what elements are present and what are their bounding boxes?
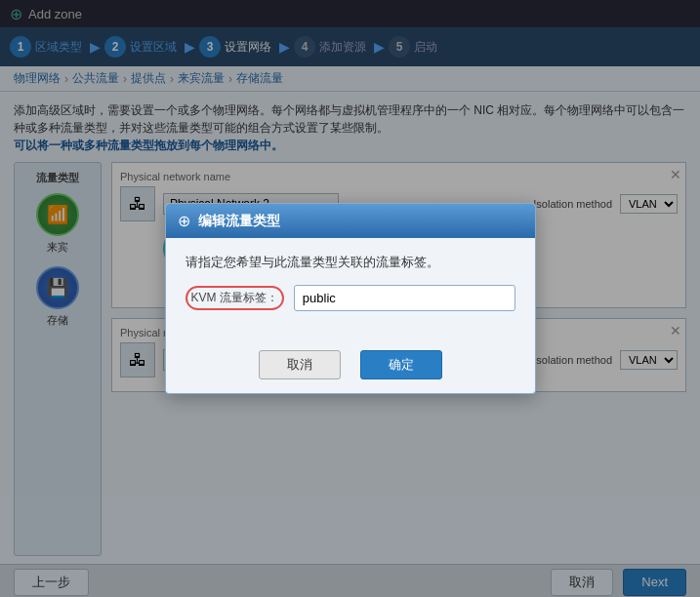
modal-confirm-button[interactable]: 确定 [360, 350, 442, 379]
modal-field-label: KVM 流量标签： [185, 286, 284, 310]
modal-header: ⊕ 编辑流量类型 [166, 204, 535, 238]
kvm-oval: KVM 流量标签： [185, 286, 284, 310]
modal-cancel-button[interactable]: 取消 [259, 350, 341, 379]
modal-title: 编辑流量类型 [198, 213, 280, 230]
modal-dialog: ⊕ 编辑流量类型 请指定您希望与此流量类型关联的流量标签。 KVM 流量标签： … [165, 203, 536, 394]
modal-field-row: KVM 流量标签： [185, 285, 515, 311]
modal-input-kvm[interactable] [294, 285, 515, 311]
modal-body: 请指定您希望与此流量类型关联的流量标签。 KVM 流量标签： [166, 238, 535, 342]
modal-overlay: ⊕ 编辑流量类型 请指定您希望与此流量类型关联的流量标签。 KVM 流量标签： … [0, 0, 700, 597]
modal-desc: 请指定您希望与此流量类型关联的流量标签。 [185, 254, 515, 271]
kvm-label-text: KVM 流量标签： [191, 290, 278, 306]
modal-footer: 取消 确定 [166, 342, 535, 393]
modal-header-icon: ⊕ [178, 212, 190, 230]
